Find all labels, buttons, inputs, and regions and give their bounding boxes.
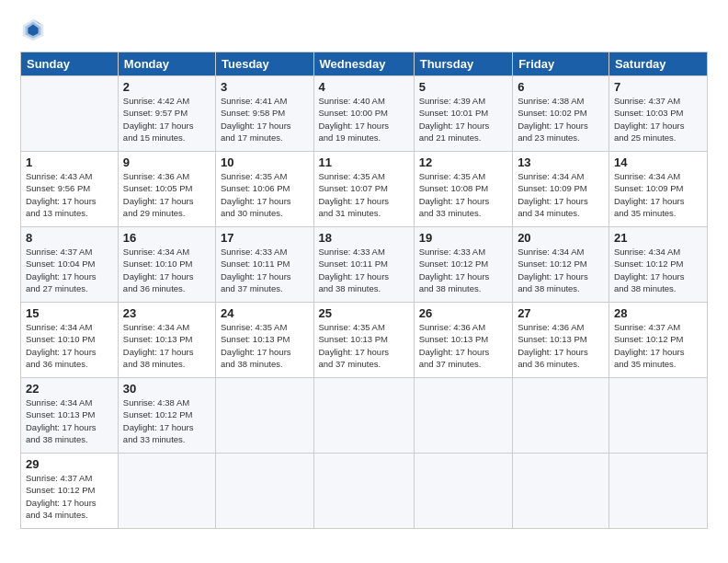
day-number: 2 bbox=[123, 80, 210, 94]
calendar-cell: 6Sunrise: 4:38 AMSunset: 10:02 PMDayligh… bbox=[513, 76, 609, 152]
day-detail: Sunrise: 4:34 AMSunset: 10:13 PMDaylight… bbox=[26, 396, 113, 445]
calendar-cell bbox=[609, 378, 707, 454]
day-detail: Sunrise: 4:37 AMSunset: 10:04 PMDaylight… bbox=[26, 246, 113, 294]
calendar-week-4: 15Sunrise: 4:34 AMSunset: 10:10 PMDaylig… bbox=[21, 303, 708, 378]
weekday-thursday: Thursday bbox=[414, 52, 512, 76]
calendar-cell bbox=[414, 454, 512, 529]
day-number: 23 bbox=[123, 306, 210, 320]
day-detail: Sunrise: 4:36 AMSunset: 10:13 PMDaylight… bbox=[518, 321, 604, 370]
day-detail: Sunrise: 4:34 AMSunset: 10:10 PMDaylight… bbox=[123, 246, 210, 294]
weekday-monday: Monday bbox=[118, 52, 215, 76]
calendar-cell: 28Sunrise: 4:37 AMSunset: 10:12 PMDaylig… bbox=[609, 303, 707, 378]
calendar-table: SundayMondayTuesdayWednesdayThursdayFrid… bbox=[20, 52, 708, 529]
calendar-cell: 9Sunrise: 4:36 AMSunset: 10:05 PMDayligh… bbox=[118, 152, 215, 227]
calendar-cell bbox=[414, 378, 512, 454]
logo-icon bbox=[20, 17, 46, 42]
day-number: 20 bbox=[518, 231, 604, 245]
weekday-header-row: SundayMondayTuesdayWednesdayThursdayFrid… bbox=[21, 52, 708, 76]
day-number: 14 bbox=[614, 155, 702, 169]
day-number: 22 bbox=[26, 382, 113, 396]
logo bbox=[20, 17, 49, 42]
weekday-saturday: Saturday bbox=[609, 52, 707, 76]
day-number: 27 bbox=[518, 306, 604, 320]
day-detail: Sunrise: 4:41 AMSunset: 9:58 PMDaylight:… bbox=[221, 95, 309, 144]
day-number: 29 bbox=[26, 457, 113, 471]
calendar-cell: 11Sunrise: 4:35 AMSunset: 10:07 PMDaylig… bbox=[313, 152, 414, 227]
day-detail: Sunrise: 4:37 AMSunset: 10:12 PMDaylight… bbox=[26, 472, 113, 521]
calendar-cell: 30Sunrise: 4:38 AMSunset: 10:12 PMDaylig… bbox=[118, 378, 215, 454]
day-number: 6 bbox=[518, 80, 604, 94]
calendar-cell bbox=[21, 76, 119, 152]
calendar-cell bbox=[118, 454, 215, 529]
day-number: 11 bbox=[319, 155, 409, 169]
day-number: 8 bbox=[26, 231, 113, 245]
day-number: 7 bbox=[614, 80, 702, 94]
calendar-week-2: 1Sunrise: 4:43 AMSunset: 9:56 PMDaylight… bbox=[21, 152, 708, 227]
day-number: 26 bbox=[419, 306, 507, 320]
day-number: 15 bbox=[26, 306, 113, 320]
day-detail: Sunrise: 4:43 AMSunset: 9:56 PMDaylight:… bbox=[26, 170, 113, 219]
day-number: 9 bbox=[123, 155, 210, 169]
day-number: 19 bbox=[419, 231, 507, 245]
day-detail: Sunrise: 4:34 AMSunset: 10:12 PMDaylight… bbox=[518, 246, 604, 294]
day-detail: Sunrise: 4:35 AMSunset: 10:07 PMDaylight… bbox=[319, 170, 409, 219]
day-number: 4 bbox=[319, 80, 409, 94]
calendar-cell: 22Sunrise: 4:34 AMSunset: 10:13 PMDaylig… bbox=[21, 378, 119, 454]
calendar-cell: 29Sunrise: 4:37 AMSunset: 10:12 PMDaylig… bbox=[21, 454, 119, 529]
calendar-cell bbox=[513, 454, 609, 529]
calendar-cell: 3Sunrise: 4:41 AMSunset: 9:58 PMDaylight… bbox=[216, 76, 314, 152]
day-detail: Sunrise: 4:37 AMSunset: 10:12 PMDaylight… bbox=[614, 321, 702, 370]
calendar-cell: 24Sunrise: 4:35 AMSunset: 10:13 PMDaylig… bbox=[216, 303, 314, 378]
calendar-cell bbox=[313, 378, 414, 454]
day-number: 3 bbox=[221, 80, 309, 94]
day-detail: Sunrise: 4:33 AMSunset: 10:11 PMDaylight… bbox=[319, 246, 409, 294]
day-number: 10 bbox=[221, 155, 309, 169]
calendar-cell bbox=[216, 454, 314, 529]
day-detail: Sunrise: 4:34 AMSunset: 10:09 PMDaylight… bbox=[614, 170, 702, 219]
day-detail: Sunrise: 4:40 AMSunset: 10:00 PMDaylight… bbox=[319, 95, 409, 144]
page: SundayMondayTuesdayWednesdayThursdayFrid… bbox=[0, 0, 728, 563]
calendar-cell: 4Sunrise: 4:40 AMSunset: 10:00 PMDayligh… bbox=[313, 76, 414, 152]
day-number: 13 bbox=[518, 155, 604, 169]
day-detail: Sunrise: 4:37 AMSunset: 10:03 PMDaylight… bbox=[614, 95, 702, 144]
day-number: 17 bbox=[221, 231, 309, 245]
day-number: 16 bbox=[123, 231, 210, 245]
day-detail: Sunrise: 4:34 AMSunset: 10:12 PMDaylight… bbox=[614, 246, 702, 294]
day-number: 12 bbox=[419, 155, 507, 169]
calendar-cell: 17Sunrise: 4:33 AMSunset: 10:11 PMDaylig… bbox=[216, 227, 314, 303]
calendar-week-5: 22Sunrise: 4:34 AMSunset: 10:13 PMDaylig… bbox=[21, 378, 708, 454]
day-number: 18 bbox=[319, 231, 409, 245]
calendar-cell: 19Sunrise: 4:33 AMSunset: 10:12 PMDaylig… bbox=[414, 227, 512, 303]
calendar-cell bbox=[513, 378, 609, 454]
day-number: 30 bbox=[123, 382, 210, 396]
calendar-cell: 10Sunrise: 4:35 AMSunset: 10:06 PMDaylig… bbox=[216, 152, 314, 227]
day-detail: Sunrise: 4:34 AMSunset: 10:09 PMDaylight… bbox=[518, 170, 604, 219]
calendar-cell: 14Sunrise: 4:34 AMSunset: 10:09 PMDaylig… bbox=[609, 152, 707, 227]
day-detail: Sunrise: 4:42 AMSunset: 9:57 PMDaylight:… bbox=[123, 95, 210, 144]
day-detail: Sunrise: 4:34 AMSunset: 10:13 PMDaylight… bbox=[123, 321, 210, 370]
calendar-cell: 26Sunrise: 4:36 AMSunset: 10:13 PMDaylig… bbox=[414, 303, 512, 378]
calendar-week-6: 29Sunrise: 4:37 AMSunset: 10:12 PMDaylig… bbox=[21, 454, 708, 529]
calendar-cell: 12Sunrise: 4:35 AMSunset: 10:08 PMDaylig… bbox=[414, 152, 512, 227]
day-detail: Sunrise: 4:33 AMSunset: 10:12 PMDaylight… bbox=[419, 246, 507, 294]
day-number: 1 bbox=[26, 155, 113, 169]
day-detail: Sunrise: 4:36 AMSunset: 10:05 PMDaylight… bbox=[123, 170, 210, 219]
calendar-cell: 27Sunrise: 4:36 AMSunset: 10:13 PMDaylig… bbox=[513, 303, 609, 378]
calendar-cell: 20Sunrise: 4:34 AMSunset: 10:12 PMDaylig… bbox=[513, 227, 609, 303]
calendar-cell bbox=[313, 454, 414, 529]
calendar-week-3: 8Sunrise: 4:37 AMSunset: 10:04 PMDayligh… bbox=[21, 227, 708, 303]
calendar-cell bbox=[216, 378, 314, 454]
calendar-cell: 13Sunrise: 4:34 AMSunset: 10:09 PMDaylig… bbox=[513, 152, 609, 227]
calendar-cell: 7Sunrise: 4:37 AMSunset: 10:03 PMDayligh… bbox=[609, 76, 707, 152]
day-detail: Sunrise: 4:38 AMSunset: 10:02 PMDaylight… bbox=[518, 95, 604, 144]
day-detail: Sunrise: 4:33 AMSunset: 10:11 PMDaylight… bbox=[221, 246, 309, 294]
weekday-sunday: Sunday bbox=[21, 52, 119, 76]
day-number: 25 bbox=[319, 306, 409, 320]
header bbox=[20, 17, 708, 42]
day-number: 24 bbox=[221, 306, 309, 320]
weekday-tuesday: Tuesday bbox=[216, 52, 314, 76]
calendar-week-1: 2Sunrise: 4:42 AMSunset: 9:57 PMDaylight… bbox=[21, 76, 708, 152]
calendar-cell: 8Sunrise: 4:37 AMSunset: 10:04 PMDayligh… bbox=[21, 227, 119, 303]
day-detail: Sunrise: 4:34 AMSunset: 10:10 PMDaylight… bbox=[26, 321, 113, 370]
calendar-cell bbox=[609, 454, 707, 529]
